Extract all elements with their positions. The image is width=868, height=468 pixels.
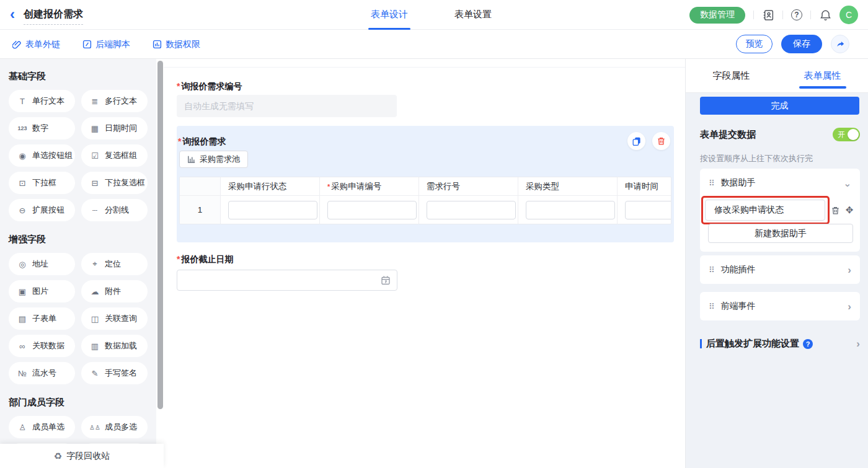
- move-helper-icon[interactable]: ✥: [844, 205, 855, 216]
- cell-input-line-no[interactable]: [427, 201, 516, 219]
- save-button[interactable]: 保存: [781, 35, 822, 53]
- field-item-divider[interactable]: ┄分割线: [81, 199, 148, 221]
- table-cell: [419, 196, 518, 224]
- chevron-right-icon[interactable]: ›: [856, 338, 860, 349]
- section-title-basic: 基础字段: [9, 71, 148, 82]
- preview-button[interactable]: 预览: [736, 35, 773, 53]
- cell-input-type[interactable]: [526, 201, 615, 219]
- chevron-down-icon[interactable]: ⌄: [843, 179, 851, 188]
- request-number-input[interactable]: [177, 95, 397, 117]
- sidebar-scrollbar-thumb[interactable]: [157, 61, 163, 409]
- multiselect-icon: ⊟: [89, 179, 100, 188]
- delete-field-button[interactable]: [652, 132, 670, 150]
- drag-handle-icon[interactable]: ⠿: [709, 265, 715, 275]
- column-header: 采购类型: [518, 177, 618, 196]
- dataload-icon: ▥: [89, 342, 100, 351]
- field-item-image[interactable]: ▣图片: [9, 280, 75, 302]
- card-data-helper-header[interactable]: ⠿ 数据助手 ⌄: [700, 169, 860, 197]
- chevron-right-icon[interactable]: ›: [848, 265, 851, 275]
- field-item-number[interactable]: 123数字: [9, 117, 75, 139]
- avatar[interactable]: C: [839, 6, 858, 24]
- post-trigger-settings[interactable]: 后置触发扩展功能设置 ? ›: [700, 338, 860, 350]
- cell-input-request-no[interactable]: [327, 201, 417, 219]
- submit-data-toggle[interactable]: 开: [833, 128, 860, 141]
- selected-subform-block[interactable]: *询报价需求 采购需求池 采购申请行状态 *采购申请编号 需求行号: [177, 126, 674, 242]
- procurement-pool-button[interactable]: 采购需求池: [179, 151, 248, 168]
- field-item-subform[interactable]: ▤子表单: [9, 307, 75, 330]
- table-row: 1: [180, 196, 671, 224]
- attachment-icon: ☁: [89, 287, 100, 296]
- table-cell: [221, 196, 320, 224]
- share-button[interactable]: [831, 35, 849, 53]
- divider: [810, 11, 811, 19]
- field-item-linked-data[interactable]: ∞关联数据: [9, 335, 75, 357]
- field-item-data-load[interactable]: ▥数据加载: [81, 335, 148, 357]
- field-item-member-single[interactable]: ♙成员单选: [9, 416, 75, 438]
- submit-data-label: 表单提交数据: [700, 129, 756, 141]
- field-item-serial-number[interactable]: №流水号: [9, 362, 75, 384]
- page-title[interactable]: 创建报价需求: [24, 8, 83, 25]
- cell-input-status[interactable]: [228, 201, 317, 219]
- calendar-icon[interactable]: [381, 275, 391, 285]
- form-canvas: *询报价需求编号 *询报价需求 采购需求池 采购申请行状态: [164, 59, 685, 468]
- divider-icon: ┄: [89, 206, 100, 215]
- textarea-icon: ≣: [89, 97, 100, 106]
- external-link-action[interactable]: 表单外链: [12, 39, 60, 50]
- data-helper-item[interactable]: 修改采购申请状态: [705, 200, 825, 221]
- delete-helper-button[interactable]: [830, 205, 841, 216]
- datetime-icon: ▦: [89, 124, 100, 133]
- row-number-cell: 1: [180, 196, 221, 224]
- script-icon: [82, 40, 92, 49]
- radio-icon: ◉: [17, 151, 28, 161]
- table-header-row: 采购申请行状态 *采购申请编号 需求行号 采购类型 申请时间: [180, 177, 671, 196]
- field-item-address[interactable]: ◎地址: [9, 253, 75, 275]
- sidebar-scrollbar-track[interactable]: [157, 59, 164, 468]
- deadline-date-input[interactable]: [177, 270, 397, 290]
- card-frontend-events-header[interactable]: ⠿ 前端事件 ›: [700, 292, 860, 320]
- data-permission-action[interactable]: 数据权限: [153, 39, 200, 50]
- tab-form-properties[interactable]: 表单属性: [777, 59, 868, 92]
- column-header: *采购申请编号: [320, 177, 419, 196]
- subform-icon: ▤: [17, 314, 28, 324]
- tab-form-design[interactable]: 表单设计: [371, 9, 408, 20]
- drag-handle-icon[interactable]: ⠿: [709, 302, 715, 311]
- new-data-helper-button[interactable]: 新建数据助手: [708, 224, 853, 243]
- field-recycle-bin[interactable]: ♻ 字段回收站: [0, 444, 164, 468]
- notification-bell-icon[interactable]: [819, 9, 831, 21]
- execution-order-hint: 按设置顺序从上往下依次执行完: [700, 153, 813, 164]
- back-icon[interactable]: ‹: [10, 6, 15, 22]
- contacts-book-icon[interactable]: [762, 9, 774, 21]
- field-item-attachment[interactable]: ☁附件: [81, 280, 148, 302]
- card-function-plugins-header[interactable]: ⠿ 功能插件 ›: [700, 255, 860, 284]
- data-manage-button[interactable]: 数据管理: [689, 7, 745, 24]
- cell-input-time[interactable]: [625, 201, 671, 219]
- field-item-radio-group[interactable]: ◉单选按钮组: [9, 144, 75, 167]
- done-button[interactable]: 完成: [700, 97, 859, 115]
- serial-icon: №: [17, 369, 28, 378]
- help-icon[interactable]: ?: [791, 9, 802, 20]
- field-item-checkbox-group[interactable]: ☑复选框组: [81, 144, 148, 167]
- lookup-icon: ◫: [89, 314, 100, 324]
- properties-panel: 字段属性 表单属性 完成 表单提交数据 开 按设置顺序从上往下依次执行完 ⠿ 数…: [685, 59, 868, 468]
- field-item-extend-button[interactable]: ⊖扩展按钮: [9, 199, 75, 221]
- field-item-select[interactable]: ⊡下拉框: [9, 172, 75, 194]
- column-header: 申请时间: [618, 177, 671, 196]
- tab-field-properties[interactable]: 字段属性: [686, 59, 777, 92]
- copy-field-button[interactable]: [627, 132, 645, 150]
- tab-form-settings[interactable]: 表单设置: [454, 9, 492, 20]
- field-item-signature[interactable]: ✎手写签名: [81, 362, 148, 384]
- field-item-multi-select[interactable]: ⊟下拉复选框: [81, 172, 148, 194]
- field-item-datetime[interactable]: ▦日期时间: [81, 117, 148, 139]
- field-item-linked-query[interactable]: ◫关联查询: [81, 307, 148, 330]
- help-badge-icon[interactable]: ?: [803, 339, 813, 349]
- backend-script-action[interactable]: 后端脚本: [82, 39, 130, 50]
- chevron-right-icon[interactable]: ›: [848, 301, 851, 312]
- drag-handle-icon[interactable]: ⠿: [709, 179, 715, 188]
- section-title-enhanced: 增强字段: [9, 234, 148, 245]
- field-item-multi-line-text[interactable]: ≣多行文本: [81, 90, 148, 112]
- field-item-location[interactable]: ⌖定位: [81, 253, 148, 275]
- select-icon: ⊡: [17, 179, 28, 188]
- divider: [782, 11, 783, 19]
- field-item-single-line-text[interactable]: T单行文本: [9, 90, 75, 112]
- field-item-member-multi[interactable]: ♙♙成员多选: [81, 416, 148, 438]
